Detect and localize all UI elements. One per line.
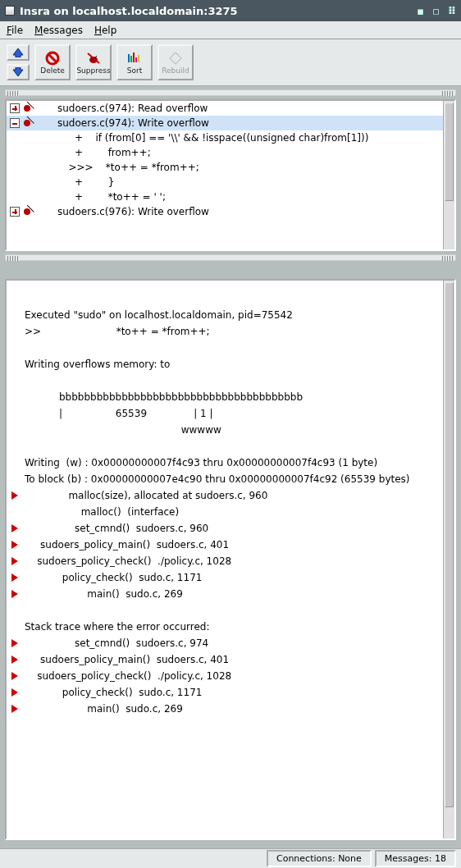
svg-rect-13 [170,52,181,63]
summary-text: sudoers.c(974): Write overflow [57,117,209,129]
menubar: File Messages Help [0,21,461,39]
code-row: + from++; [7,145,454,160]
scrollbar[interactable] [443,101,454,249]
summary-pane[interactable]: sudoers.c(974): Read overflow sudoers.c(… [5,99,456,251]
svg-marker-1 [13,67,23,76]
svg-rect-8 [128,54,130,62]
delete-button[interactable]: Delete [34,44,71,80]
close-icon[interactable]: ⠿ [448,5,456,17]
stack-arrow-icon [11,573,18,582]
detail-body: Executed "sudo" on localhost.localdomain… [7,281,454,725]
bug-icon [21,207,31,217]
menu-help[interactable]: Help [94,25,116,36]
stack-arrow-icon [11,491,18,500]
stack-arrow-icon [11,524,18,532]
svg-rect-12 [138,55,139,62]
window-titlebar[interactable]: Insra on localhost.localdomain:3275 ▪ ▫ … [0,0,461,21]
splitter-middle[interactable] [5,254,456,261]
summary-text: sudoers.c(976): Write overflow [57,206,209,217]
window-icon [5,6,15,16]
stack-arrow-icon [11,705,18,713]
stack-arrow-icon [11,672,18,680]
stack-arrow-icon [11,590,18,598]
sort-button[interactable]: Sort [116,44,153,80]
rebuild-label: Rebuild [162,66,189,75]
nav-up-button[interactable] [7,44,30,61]
sort-icon [126,51,143,66]
svg-rect-9 [130,56,132,62]
svg-rect-10 [133,53,135,62]
expand-icon[interactable] [10,207,20,217]
detail-pane[interactable]: Executed "sudo" on localhost.localdomain… [5,279,456,840]
code-row: + if (from[0] == '\\' && !isspace((unsig… [7,130,454,145]
suppress-label: Suppress [76,66,110,75]
status-messages: Messages: 18 [375,850,456,867]
suppress-button[interactable]: Suppress [75,44,112,80]
splitter-top[interactable] [5,89,456,96]
window-title: Insra on localhost.localdomain:3275 [20,5,238,17]
arrow-up-icon [11,48,25,57]
menu-file[interactable]: File [7,25,23,36]
minimize-icon[interactable]: ▪ [417,5,424,17]
code-row: + } [7,175,454,190]
suppress-icon [85,51,102,66]
bug-icon [21,118,31,128]
svg-rect-11 [135,57,137,62]
stack-arrow-icon [11,656,18,664]
toolbar: Delete Suppress Sort Rebuild [0,39,461,86]
code-row: + *to++ = ' '; [7,190,454,204]
rebuild-icon [167,51,184,66]
svg-marker-0 [13,48,23,57]
code-row: >>> *to++ = *from++; [7,160,454,175]
status-connections: Connections: None [267,850,372,867]
collapse-icon[interactable] [10,118,20,128]
expand-icon[interactable] [10,103,20,113]
stack-arrow-icon [11,639,18,647]
stack-arrow-icon [11,688,18,697]
delete-label: Delete [40,66,65,75]
summary-row[interactable]: sudoers.c(976): Write overflow [7,204,454,219]
stack-arrow-icon [11,557,18,565]
summary-row[interactable]: sudoers.c(974): Read overflow [7,101,454,116]
rebuild-button[interactable]: Rebuild [157,44,194,80]
maximize-icon[interactable]: ▫ [432,5,440,17]
stack-arrow-icon [11,541,18,549]
delete-icon [44,51,61,66]
statusbar: Connections: None Messages: 18 [0,848,461,868]
menu-messages[interactable]: Messages [34,25,83,36]
svg-line-3 [48,54,57,62]
summary-row[interactable]: sudoers.c(974): Write overflow [7,116,454,130]
nav-down-button[interactable] [7,64,30,80]
sort-label: Sort [127,66,142,75]
bug-icon [21,103,31,113]
arrow-down-icon [11,67,25,77]
summary-text: sudoers.c(974): Read overflow [57,103,208,114]
scrollbar[interactable] [443,281,454,838]
